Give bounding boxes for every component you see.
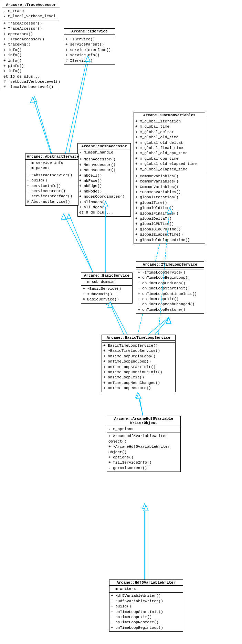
arcanehdf5-fields: - m_options: [107, 426, 180, 433]
arrows-overlay: [0, 0, 242, 644]
basictimeloopservice-methods: + BasicTimeLoopService() + ~BasicTimeLoo…: [102, 343, 175, 392]
svg-line-10: [148, 317, 169, 335]
basicservice-methods: + ~BasicService() + subDomain() # BasicS…: [81, 286, 132, 303]
svg-marker-15: [136, 393, 140, 397]
meshaccessor-fields: - m_mesh_handle: [78, 149, 130, 156]
basicservice-fields: - m_sub_domain: [81, 279, 132, 286]
meshaccessor-title: Arcane::MeshAccessor: [78, 143, 130, 149]
meshaccessor-methods: + MeshAccessor() + MeshAccessor() + Mesh…: [78, 156, 130, 216]
iservice-title: Arcane::IService: [64, 29, 115, 34]
basicservice-box: Arcane::BasicService - m_sub_domain + ~B…: [81, 273, 133, 304]
svg-marker-7: [67, 214, 71, 219]
abstractservice-box: Arcane::AbstractService - m_service_info…: [25, 153, 78, 206]
svg-marker-11: [167, 317, 171, 322]
traceaccessor-methods: + TraceAccessor() + TraceAccessor() + op…: [2, 20, 60, 91]
svg-line-25: [64, 214, 93, 273]
abstractservice-title: Arcane::AbstractService: [25, 154, 78, 160]
abstractservice-methods: + ~AbstractService() + build() + service…: [25, 172, 78, 205]
svg-marker-26: [61, 214, 66, 219]
traceaccessor-fields: - m_trace - m_local_verbose_level: [2, 8, 60, 20]
svg-marker-36: [144, 505, 148, 511]
commonvariables-title: Arcane::CommonVariables: [134, 112, 205, 118]
svg-line-33: [139, 393, 143, 416]
svg-marker-30: [166, 318, 171, 324]
iservice-box: Arcane::IService + ~IService() + service…: [64, 28, 115, 65]
hdf5variablewriter-box: Arcane::Hdf5VariableWriter - m_writers +…: [109, 579, 183, 632]
svg-line-6: [69, 214, 93, 273]
meshaccessor-box: Arcane::MeshAccessor - m_mesh_handle + M…: [77, 143, 131, 217]
commonvariables-fields: + m_global_iteration + m_global_time + m…: [134, 118, 205, 173]
svg-line-2: [69, 55, 90, 153]
svg-line-21: [65, 56, 88, 153]
arcanehdf5-box: Arcane::ArcaneHdf5Variable WriterObject …: [107, 416, 181, 472]
itimeloopservice-title: Arcane::ITimeLoopService: [136, 262, 204, 268]
basictimeloopservice-box: Arcane::BasicTimeLoopService + BasicTime…: [102, 335, 176, 392]
itimeloopservice-methods: + ~ITimeLoopService() + onTimeLoopBeginL…: [136, 269, 204, 313]
abstractservice-fields: - m_service_info - m_parent: [25, 160, 78, 172]
arcanehdf5-methods: + ArcaneHdf5VariableWriter Object() + ~A…: [107, 433, 180, 472]
svg-line-29: [155, 318, 169, 335]
traceaccessor-title: Arccore::TraceAccessor: [2, 2, 60, 8]
itimeloopservice-box: Arcane::ITimeLoopService + ~ITimeLoopSer…: [136, 261, 204, 314]
hdf5variablewriter-fields: - m_writers: [109, 586, 183, 593]
svg-marker-20: [30, 97, 35, 103]
svg-line-0: [34, 97, 52, 153]
arrows-layer: [0, 0, 242, 644]
svg-marker-1: [32, 97, 36, 101]
commonvariables-methods: + CommonVariables() + CommonVariables() …: [134, 173, 205, 244]
tracecaccessor-box: Arccore::TraceAccessor - m_trace - m_loc…: [2, 2, 60, 91]
basictimeloopservice-title: Arcane::BasicTimeLoopService: [102, 335, 175, 341]
basicservice-title: Arcane::BasicService: [81, 273, 132, 279]
svg-line-12: [108, 300, 124, 335]
svg-marker-34: [136, 393, 141, 399]
svg-line-14: [138, 393, 143, 416]
svg-line-31: [110, 302, 127, 335]
iservice-methods: + ~IService() + serviceParent() + servic…: [64, 36, 115, 64]
hdf5variablewriter-methods: + Hdf5VariableWriter() + ~Hdf5VariableWr…: [109, 593, 183, 631]
svg-marker-17: [143, 504, 147, 508]
diagram-container: Arccore::TraceAccessor - m_trace - m_loc…: [0, 0, 242, 644]
svg-line-19: [33, 97, 51, 153]
hdf5variablewriter-title: Arcane::Hdf5VariableWriter: [109, 580, 183, 586]
arcanehdf5-title: Arcane::ArcaneHdf5Variable WriterObject: [107, 416, 180, 426]
commonvariables-box: Arcane::CommonVariables + m_global_itera…: [134, 112, 205, 244]
